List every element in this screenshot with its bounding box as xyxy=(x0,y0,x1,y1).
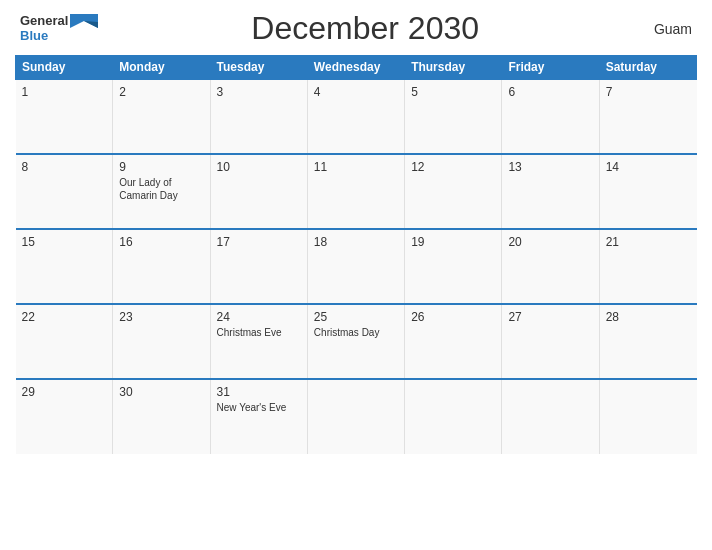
day-number: 2 xyxy=(119,85,203,99)
weekday-header: Wednesday xyxy=(307,56,404,80)
day-number: 29 xyxy=(22,385,107,399)
calendar-week-row: 1234567 xyxy=(16,79,697,154)
event-label: Christmas Day xyxy=(314,326,398,339)
day-number: 12 xyxy=(411,160,495,174)
day-number: 23 xyxy=(119,310,203,324)
weekday-row: SundayMondayTuesdayWednesdayThursdayFrid… xyxy=(16,56,697,80)
calendar-cell: 31New Year's Eve xyxy=(210,379,307,454)
logo-blue-text: Blue xyxy=(20,29,48,43)
calendar-cell: 30 xyxy=(113,379,210,454)
calendar-cell: 24Christmas Eve xyxy=(210,304,307,379)
day-number: 21 xyxy=(606,235,691,249)
calendar-cell: 28 xyxy=(599,304,696,379)
event-label: Our Lady of Camarin Day xyxy=(119,176,203,202)
day-number: 31 xyxy=(217,385,301,399)
calendar-week-row: 293031New Year's Eve xyxy=(16,379,697,454)
day-number: 27 xyxy=(508,310,592,324)
day-number: 28 xyxy=(606,310,691,324)
calendar-cell: 27 xyxy=(502,304,599,379)
calendar-cell: 9Our Lady of Camarin Day xyxy=(113,154,210,229)
day-number: 10 xyxy=(217,160,301,174)
calendar-cell: 10 xyxy=(210,154,307,229)
day-number: 24 xyxy=(217,310,301,324)
logo: General Blue xyxy=(20,14,98,43)
calendar-cell: 19 xyxy=(405,229,502,304)
calendar-cell: 4 xyxy=(307,79,404,154)
calendar-header: General Blue December 2030 Guam xyxy=(15,10,697,47)
weekday-header: Saturday xyxy=(599,56,696,80)
day-number: 20 xyxy=(508,235,592,249)
day-number: 17 xyxy=(217,235,301,249)
day-number: 6 xyxy=(508,85,592,99)
day-number: 3 xyxy=(217,85,301,99)
day-number: 11 xyxy=(314,160,398,174)
calendar-cell xyxy=(599,379,696,454)
calendar-cell: 21 xyxy=(599,229,696,304)
calendar-cell: 2 xyxy=(113,79,210,154)
calendar-cell: 1 xyxy=(16,79,113,154)
logo-general-text: General xyxy=(20,14,68,28)
calendar-cell: 7 xyxy=(599,79,696,154)
day-number: 19 xyxy=(411,235,495,249)
calendar-cell xyxy=(405,379,502,454)
day-number: 15 xyxy=(22,235,107,249)
day-number: 26 xyxy=(411,310,495,324)
svg-marker-1 xyxy=(84,21,98,28)
day-number: 18 xyxy=(314,235,398,249)
logo-flag-icon xyxy=(70,14,98,28)
weekday-header: Friday xyxy=(502,56,599,80)
day-number: 25 xyxy=(314,310,398,324)
calendar-cell: 5 xyxy=(405,79,502,154)
calendar-header-row: SundayMondayTuesdayWednesdayThursdayFrid… xyxy=(16,56,697,80)
calendar-cell: 23 xyxy=(113,304,210,379)
event-label: Christmas Eve xyxy=(217,326,301,339)
calendar-cell: 8 xyxy=(16,154,113,229)
day-number: 5 xyxy=(411,85,495,99)
calendar-body: 123456789Our Lady of Camarin Day10111213… xyxy=(16,79,697,454)
calendar-cell xyxy=(502,379,599,454)
calendar-table: SundayMondayTuesdayWednesdayThursdayFrid… xyxy=(15,55,697,454)
calendar-cell: 22 xyxy=(16,304,113,379)
day-number: 22 xyxy=(22,310,107,324)
calendar-cell: 12 xyxy=(405,154,502,229)
calendar-cell xyxy=(307,379,404,454)
day-number: 16 xyxy=(119,235,203,249)
calendar-cell: 6 xyxy=(502,79,599,154)
calendar-cell: 13 xyxy=(502,154,599,229)
calendar-week-row: 222324Christmas Eve25Christmas Day262728 xyxy=(16,304,697,379)
day-number: 13 xyxy=(508,160,592,174)
day-number: 4 xyxy=(314,85,398,99)
calendar-cell: 14 xyxy=(599,154,696,229)
calendar-week-row: 89Our Lady of Camarin Day1011121314 xyxy=(16,154,697,229)
calendar-cell: 18 xyxy=(307,229,404,304)
calendar-cell: 20 xyxy=(502,229,599,304)
calendar-cell: 29 xyxy=(16,379,113,454)
weekday-header: Sunday xyxy=(16,56,113,80)
weekday-header: Tuesday xyxy=(210,56,307,80)
calendar-cell: 16 xyxy=(113,229,210,304)
day-number: 30 xyxy=(119,385,203,399)
calendar-week-row: 15161718192021 xyxy=(16,229,697,304)
day-number: 1 xyxy=(22,85,107,99)
calendar-container: General Blue December 2030 Guam SundayMo… xyxy=(0,0,712,550)
calendar-cell: 3 xyxy=(210,79,307,154)
weekday-header: Thursday xyxy=(405,56,502,80)
event-label: New Year's Eve xyxy=(217,401,301,414)
day-number: 14 xyxy=(606,160,691,174)
calendar-cell: 17 xyxy=(210,229,307,304)
day-number: 8 xyxy=(22,160,107,174)
weekday-header: Monday xyxy=(113,56,210,80)
calendar-cell: 25Christmas Day xyxy=(307,304,404,379)
day-number: 7 xyxy=(606,85,691,99)
calendar-cell: 11 xyxy=(307,154,404,229)
region-label: Guam xyxy=(632,21,692,37)
calendar-cell: 26 xyxy=(405,304,502,379)
day-number: 9 xyxy=(119,160,203,174)
calendar-title: December 2030 xyxy=(98,10,632,47)
calendar-cell: 15 xyxy=(16,229,113,304)
